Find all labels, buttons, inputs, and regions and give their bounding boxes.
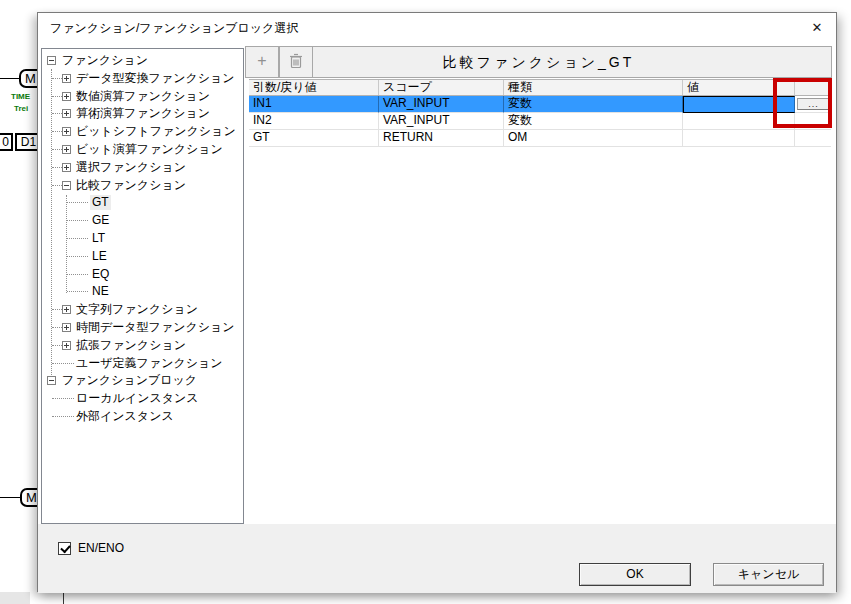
tree-item-label: ファンクション — [60, 53, 150, 68]
tree-item-label: EQ — [90, 267, 111, 282]
tree-item-label: 選択ファンクション — [74, 160, 188, 175]
cell-actions — [795, 130, 831, 147]
function-selection-dialog: ファンクション/ファンクションブロック選択 ✕ ファンクションデータ型変換ファン… — [37, 12, 837, 592]
tree-item-label: GE — [90, 213, 111, 228]
tree-item-label: ユーザ定義ファンクション — [74, 356, 225, 371]
tree-item[interactable]: 比較ファンクション — [42, 177, 243, 194]
tree-item[interactable]: LT — [42, 230, 243, 247]
dialog-footer: EN/ENO OK キャンセル — [38, 524, 836, 593]
tree-item-label: ファンクションブロック — [60, 373, 199, 388]
cell-name[interactable]: GT — [249, 130, 379, 147]
parameter-panel: 比較ファンクション_GT + 引数/戻り値スコープ種類値 IN1VAR_INPU… — [245, 46, 832, 524]
tree-item-label: ビット演算ファンクション — [74, 142, 225, 157]
ladder-rung-line — [0, 78, 21, 79]
close-icon[interactable]: ✕ — [806, 18, 828, 38]
column-header: スコープ — [379, 80, 504, 95]
add-parameter-button[interactable]: + — [245, 46, 279, 78]
tree-item[interactable]: ビット演算ファンクション — [42, 141, 243, 158]
cell-scope[interactable]: VAR_INPUT — [379, 113, 504, 130]
tree-item-label: 比較ファンクション — [74, 178, 188, 193]
cell-kind[interactable]: 変数 — [504, 96, 683, 113]
tree-item[interactable]: 外部インスタンス — [42, 408, 243, 425]
cell-kind[interactable]: 変数 — [504, 113, 683, 130]
plus-expander-icon[interactable] — [62, 145, 71, 154]
tree-item-label: ローカルインスタンス — [74, 391, 201, 406]
annotation-red-box — [773, 78, 832, 128]
ladder-wire-fragment — [63, 592, 64, 604]
tree-item[interactable]: 算術演算ファンクション — [42, 105, 243, 122]
en-eno-checkbox[interactable] — [58, 542, 71, 555]
tree-item[interactable]: GE — [42, 212, 243, 229]
plus-expander-icon[interactable] — [62, 341, 71, 350]
table-row[interactable]: IN1VAR_INPUT変数... — [249, 96, 831, 113]
tree-item[interactable]: ファンクション — [42, 52, 243, 69]
ladder-timer-text: Trei — [14, 104, 28, 113]
plus-expander-icon[interactable] — [62, 163, 71, 172]
tree-item-label: 時間データ型ファンクション — [74, 320, 237, 335]
tree-item-label: LE — [90, 249, 109, 264]
tree-item-label: 算術演算ファンクション — [74, 106, 212, 121]
parameter-toolbar: 比較ファンクション_GT + — [245, 46, 832, 78]
tree-item[interactable]: 時間データ型ファンクション — [42, 319, 243, 336]
tree-item[interactable]: EQ — [42, 266, 243, 283]
plus-expander-icon[interactable] — [62, 92, 71, 101]
ladder-rung-line — [0, 497, 22, 498]
ladder-operand-cell: 0 — [0, 133, 13, 151]
cell-scope[interactable]: VAR_INPUT — [379, 96, 504, 113]
ok-button[interactable]: OK — [579, 563, 691, 586]
plus-expander-icon[interactable] — [62, 74, 71, 83]
tree-item[interactable]: 選択ファンクション — [42, 159, 243, 176]
table-header-row: 引数/戻り値スコープ種類値 — [249, 79, 831, 96]
plus-expander-icon[interactable] — [62, 305, 71, 314]
tree-item[interactable]: 文字列ファンクション — [42, 301, 243, 318]
background-window-fragment — [0, 592, 30, 604]
cell-name[interactable]: IN1 — [249, 96, 379, 113]
column-header: 種類 — [504, 80, 683, 95]
minus-expander-icon[interactable] — [47, 376, 56, 385]
function-tree[interactable]: ファンクションデータ型変換ファンクション数値演算ファンクション算術演算ファンクシ… — [41, 48, 244, 524]
tree-item[interactable]: ファンクションブロック — [42, 372, 243, 389]
tree-item-label: 文字列ファンクション — [74, 302, 200, 317]
cell-kind[interactable]: OM — [504, 130, 683, 147]
ladder-timer-text: TIME — [11, 92, 30, 101]
cell-value[interactable] — [683, 130, 795, 147]
tree-item[interactable]: NE — [42, 283, 243, 300]
tree-item[interactable]: GT — [42, 194, 243, 211]
tree-item-label: 外部インスタンス — [74, 409, 176, 424]
cancel-button[interactable]: キャンセル — [713, 563, 824, 586]
tree-item-label: GT — [90, 195, 111, 210]
tree-item[interactable]: 拡張ファンクション — [42, 337, 243, 354]
plus-expander-icon[interactable] — [62, 109, 71, 118]
tree-item[interactable]: 数値演算ファンクション — [42, 88, 243, 105]
tree-item[interactable]: LE — [42, 248, 243, 265]
tree-item-label: LT — [90, 231, 107, 246]
selected-function-title: 比較ファンクション_GT — [246, 47, 831, 79]
table-row[interactable]: IN2VAR_INPUT変数 — [249, 113, 831, 130]
tree-item-label: NE — [90, 284, 111, 299]
tree-item-label: データ型変換ファンクション — [74, 71, 237, 86]
cell-name[interactable]: IN2 — [249, 113, 379, 130]
plus-expander-icon[interactable] — [62, 323, 71, 332]
cell-scope[interactable]: RETURN — [379, 130, 504, 147]
tree-item[interactable]: データ型変換ファンクション — [42, 70, 243, 87]
tree-item-label: 数値演算ファンクション — [74, 89, 212, 104]
minus-expander-icon[interactable] — [47, 56, 56, 65]
trash-icon — [289, 53, 303, 69]
minus-expander-icon[interactable] — [62, 181, 71, 190]
delete-parameter-button[interactable] — [279, 46, 313, 78]
dialog-titlebar[interactable]: ファンクション/ファンクションブロック選択 ✕ — [38, 13, 836, 41]
tree-item[interactable]: ローカルインスタンス — [42, 390, 243, 407]
dialog-title: ファンクション/ファンクションブロック選択 — [50, 20, 298, 37]
plus-expander-icon[interactable] — [62, 127, 71, 136]
table-row[interactable]: GTRETURNOM — [249, 130, 831, 147]
column-header: 引数/戻り値 — [249, 80, 379, 95]
tree-item[interactable]: ユーザ定義ファンクション — [42, 355, 243, 372]
en-eno-label: EN/ENO — [78, 541, 124, 555]
tree-item[interactable]: ビットシフトファンクション — [42, 123, 243, 140]
tree-item-label: 拡張ファンクション — [74, 338, 188, 353]
tree-item-label: ビットシフトファンクション — [74, 124, 238, 139]
